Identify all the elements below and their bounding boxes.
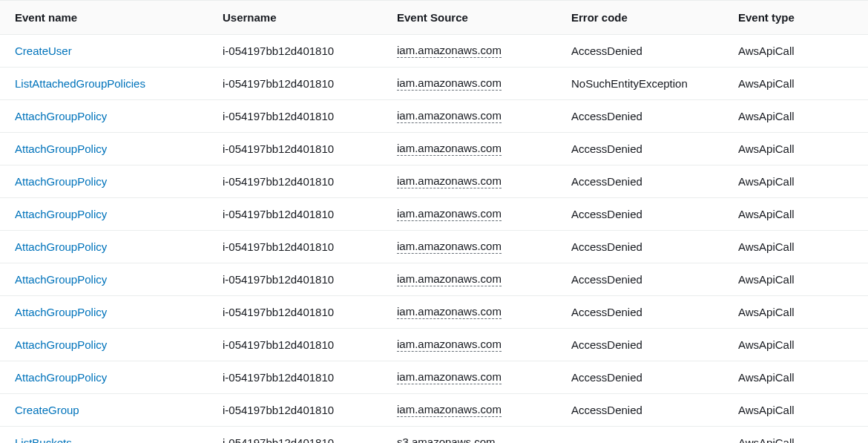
table-row: CreateGroupi-054197bb12d401810iam.amazon… xyxy=(0,394,868,427)
table-row: AttachGroupPolicyi-054197bb12d401810iam.… xyxy=(0,165,868,198)
event-name-link[interactable]: AttachGroupPolicy xyxy=(15,142,107,155)
event-type-cell: AwsApiCall xyxy=(723,231,868,263)
error-code-cell: AccessDenied xyxy=(556,231,723,263)
event-name-link[interactable]: AttachGroupPolicy xyxy=(15,273,107,286)
error-code-cell: AccessDenied xyxy=(556,296,723,329)
event-source-value[interactable]: s3.amazonaws.com xyxy=(397,436,496,443)
event-name-link[interactable]: AttachGroupPolicy xyxy=(15,110,107,122)
event-type-cell: AwsApiCall xyxy=(723,100,868,133)
col-header-username[interactable]: Username xyxy=(208,1,382,35)
error-code-cell: AccessDenied xyxy=(556,361,723,394)
col-header-event-type[interactable]: Event type xyxy=(723,1,868,35)
event-type-cell: AwsApiCall xyxy=(723,394,868,427)
event-type-cell: AwsApiCall xyxy=(723,198,868,231)
event-name-link[interactable]: ListBuckets xyxy=(15,436,72,443)
event-type-cell: AwsApiCall xyxy=(723,35,868,68)
error-code-cell: AccessDenied xyxy=(556,133,723,165)
event-type-cell: AwsApiCall xyxy=(723,329,868,361)
table-row: AttachGroupPolicyi-054197bb12d401810iam.… xyxy=(0,361,868,394)
event-source-value[interactable]: iam.amazonaws.com xyxy=(397,272,502,286)
event-name-link[interactable]: AttachGroupPolicy xyxy=(15,175,107,188)
event-source-value[interactable]: iam.amazonaws.com xyxy=(397,240,502,254)
event-name-link[interactable]: AttachGroupPolicy xyxy=(15,371,107,384)
error-code-cell: AccessDenied xyxy=(556,165,723,198)
username-cell: i-054197bb12d401810 xyxy=(208,329,382,361)
username-cell: i-054197bb12d401810 xyxy=(208,100,382,133)
event-type-cell: AwsApiCall xyxy=(723,263,868,296)
event-name-link[interactable]: CreateGroup xyxy=(15,404,79,416)
error-code-cell: AccessDenied xyxy=(556,35,723,68)
events-table-wrapper: Event name Username Event Source Error c… xyxy=(0,0,868,443)
error-code-cell: AccessDenied xyxy=(556,329,723,361)
event-source-value[interactable]: iam.amazonaws.com xyxy=(397,207,502,221)
username-cell: i-054197bb12d401810 xyxy=(208,133,382,165)
event-source-value[interactable]: iam.amazonaws.com xyxy=(397,338,502,352)
col-header-event-name[interactable]: Event name xyxy=(0,1,208,35)
username-cell: i-054197bb12d401810 xyxy=(208,427,382,444)
event-source-value[interactable]: iam.amazonaws.com xyxy=(397,370,502,384)
error-code-cell: AccessDenied xyxy=(556,394,723,427)
table-row: AttachGroupPolicyi-054197bb12d401810iam.… xyxy=(0,198,868,231)
table-header-row: Event name Username Event Source Error c… xyxy=(0,1,868,35)
error-code-cell: AccessDenied xyxy=(556,198,723,231)
event-name-link[interactable]: AttachGroupPolicy xyxy=(15,208,107,220)
table-row: AttachGroupPolicyi-054197bb12d401810iam.… xyxy=(0,263,868,296)
error-code-cell: AccessDenied xyxy=(556,263,723,296)
event-type-cell: AwsApiCall xyxy=(723,361,868,394)
event-type-cell: AwsApiCall xyxy=(723,68,868,100)
table-row: AttachGroupPolicyi-054197bb12d401810iam.… xyxy=(0,100,868,133)
event-type-cell: AwsApiCall xyxy=(723,296,868,329)
event-name-link[interactable]: AttachGroupPolicy xyxy=(15,338,107,351)
event-source-value[interactable]: iam.amazonaws.com xyxy=(397,403,502,417)
error-code-cell: NoSuchEntityException xyxy=(556,68,723,100)
event-name-link[interactable]: AttachGroupPolicy xyxy=(15,240,107,253)
event-type-cell: AwsApiCall xyxy=(723,133,868,165)
table-row: ListBucketsi-054197bb12d401810s3.amazona… xyxy=(0,427,868,444)
col-header-error-code[interactable]: Error code xyxy=(556,1,723,35)
table-row: AttachGroupPolicyi-054197bb12d401810iam.… xyxy=(0,133,868,165)
col-header-event-source[interactable]: Event Source xyxy=(382,1,556,35)
event-name-link[interactable]: ListAttachedGroupPolicies xyxy=(15,77,145,90)
event-source-value[interactable]: iam.amazonaws.com xyxy=(397,109,502,123)
event-name-link[interactable]: AttachGroupPolicy xyxy=(15,306,107,318)
table-row: ListAttachedGroupPoliciesi-054197bb12d40… xyxy=(0,68,868,100)
username-cell: i-054197bb12d401810 xyxy=(208,231,382,263)
events-table: Event name Username Event Source Error c… xyxy=(0,0,868,443)
event-name-link[interactable]: CreateUser xyxy=(15,45,72,57)
table-row: AttachGroupPolicyi-054197bb12d401810iam.… xyxy=(0,329,868,361)
event-source-value[interactable]: iam.amazonaws.com xyxy=(397,174,502,188)
username-cell: i-054197bb12d401810 xyxy=(208,35,382,68)
event-type-cell: AwsApiCall xyxy=(723,165,868,198)
username-cell: i-054197bb12d401810 xyxy=(208,361,382,394)
event-source-value[interactable]: iam.amazonaws.com xyxy=(397,44,502,58)
error-code-cell: - xyxy=(556,427,723,444)
username-cell: i-054197bb12d401810 xyxy=(208,263,382,296)
event-source-value[interactable]: iam.amazonaws.com xyxy=(397,76,502,91)
table-row: AttachGroupPolicyi-054197bb12d401810iam.… xyxy=(0,296,868,329)
username-cell: i-054197bb12d401810 xyxy=(208,198,382,231)
username-cell: i-054197bb12d401810 xyxy=(208,165,382,198)
username-cell: i-054197bb12d401810 xyxy=(208,394,382,427)
error-code-cell: AccessDenied xyxy=(556,100,723,133)
event-source-value[interactable]: iam.amazonaws.com xyxy=(397,305,502,319)
table-row: AttachGroupPolicyi-054197bb12d401810iam.… xyxy=(0,231,868,263)
table-row: CreateUseri-054197bb12d401810iam.amazona… xyxy=(0,35,868,68)
event-type-cell: AwsApiCall xyxy=(723,427,868,444)
event-source-value[interactable]: iam.amazonaws.com xyxy=(397,142,502,156)
username-cell: i-054197bb12d401810 xyxy=(208,296,382,329)
username-cell: i-054197bb12d401810 xyxy=(208,68,382,100)
